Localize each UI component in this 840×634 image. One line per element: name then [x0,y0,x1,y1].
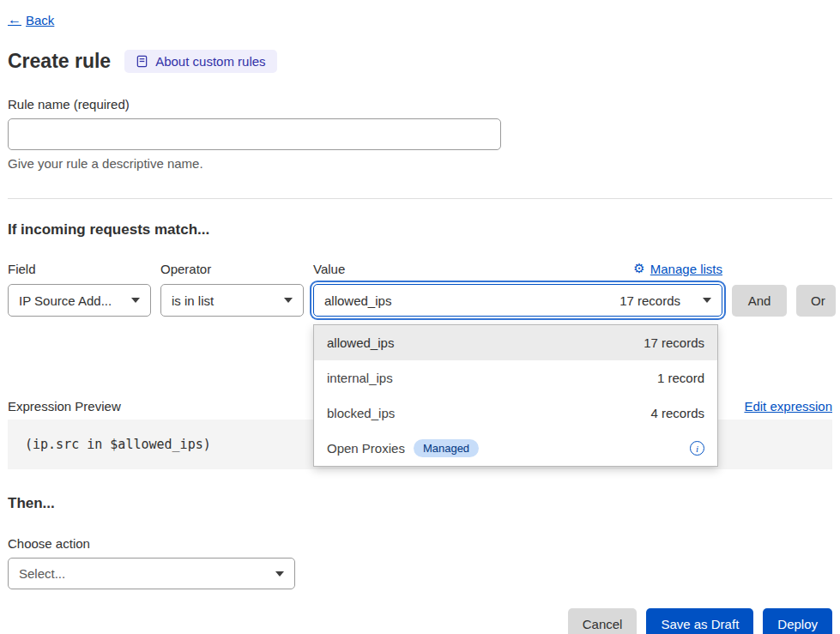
manage-lists-link[interactable]: ⚙ Manage lists [633,261,722,276]
action-select-value: Select... [19,566,65,581]
value-label: Value [313,262,345,276]
chevron-down-icon [131,298,140,303]
match-heading: If incoming requests match... [8,221,832,239]
title-row: Create rule About custom rules [8,50,832,73]
save-as-draft-button[interactable]: Save as Draft [646,608,753,634]
operator-label: Operator [160,262,304,276]
option-name: blocked_ips [327,406,395,420]
expression-code: (ip.src in $allowed_ips) [25,437,211,452]
create-rule-page: ←Back Create rule About custom rules Rul… [0,0,840,634]
info-icon[interactable]: i [690,441,704,456]
back-label: Back [26,13,54,27]
footer-actions: Cancel Save as Draft Deploy [8,608,832,634]
rule-name-input[interactable] [8,118,501,150]
managed-badge: Managed [414,439,479,457]
value-header: Value ⚙ Manage lists [313,261,722,276]
field-select[interactable]: IP Source Add... [8,284,151,317]
page-title: Create rule [8,50,111,73]
cancel-button[interactable]: Cancel [568,608,638,634]
choose-action-label: Choose action [8,536,832,551]
field-label: Field [8,262,151,276]
option-meta: 17 records [644,335,704,350]
and-button[interactable]: And [732,285,787,317]
option-name: Open Proxies [327,441,405,456]
list-option-internal-ips[interactable]: internal_ips 1 record [314,360,717,395]
match-controls: Field Operator Value ⚙ Manage lists IP S… [8,261,832,317]
rule-name-helper: Give your rule a descriptive name. [8,156,832,171]
action-select[interactable]: Select... [8,558,295,589]
section-divider [8,198,832,199]
back-link[interactable]: ←Back [8,12,54,27]
option-name: internal_ips [327,371,393,385]
book-icon [136,55,148,68]
then-heading: Then... [8,495,832,512]
list-option-allowed-ips[interactable]: allowed_ips 17 records [314,325,717,360]
option-meta: 4 records [650,406,704,420]
about-badge-label: About custom rules [155,54,265,69]
value-select-value: allowed_ips [324,293,391,308]
manage-lists-label: Manage lists [650,262,722,276]
chevron-down-icon [703,298,711,303]
about-custom-rules-link[interactable]: About custom rules [124,50,276,73]
edit-expression-link[interactable]: Edit expression [744,399,832,414]
back-arrow-icon: ← [8,12,21,27]
value-select-wrapper: allowed_ips 17 records allowed_ips 17 re… [313,284,722,317]
operator-select-value: is in list [172,293,214,308]
or-button[interactable]: Or [796,285,836,317]
rule-name-label: Rule name (required) [8,97,832,112]
field-select-value: IP Source Add... [19,293,112,308]
deploy-button[interactable]: Deploy [763,608,832,634]
chevron-down-icon [284,298,293,303]
chevron-down-icon [275,571,284,577]
value-dropdown-menu: allowed_ips 17 records internal_ips 1 re… [313,324,718,467]
option-name: allowed_ips [327,335,394,350]
operator-select[interactable]: is in list [160,284,304,317]
value-select-meta: 17 records [619,293,680,308]
expression-preview-label: Expression Preview [8,399,121,414]
value-select[interactable]: allowed_ips 17 records [313,284,722,317]
list-option-open-proxies[interactable]: Open Proxies Managed i [314,431,717,466]
gear-icon: ⚙ [633,261,644,276]
option-meta: 1 record [657,371,704,385]
list-option-blocked-ips[interactable]: blocked_ips 4 records [314,395,717,431]
